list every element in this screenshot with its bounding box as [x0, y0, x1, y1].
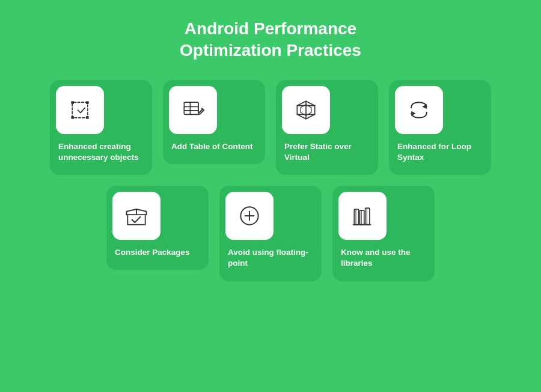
card-body: Avoid using floating-point — [219, 186, 322, 281]
card-body: Consider Packages — [106, 186, 209, 270]
circle-plus-icon — [236, 203, 263, 229]
box-select-icon — [67, 97, 93, 123]
icon-box-add-table — [169, 86, 217, 134]
icon-box-prefer-static — [282, 86, 330, 134]
svg-rect-4 — [86, 116, 89, 119]
card-enhanced-loop: Enhanced for Loop Syntax — [389, 80, 491, 175]
card-enhanced-unnecessary: Enhanced creating unnecessary objects — [50, 80, 152, 175]
svg-rect-2 — [86, 101, 89, 104]
svg-rect-1 — [71, 101, 74, 104]
card-prefer-static: Prefer Static over Virtual — [276, 80, 378, 175]
page-title: Android Performance Optimization Practic… — [180, 18, 361, 62]
card-add-table: Add Table of Content — [163, 80, 265, 175]
card-label-add-table: Add Table of Content — [169, 141, 255, 152]
card-body: Prefer Static over Virtual — [276, 80, 378, 175]
svg-rect-25 — [359, 210, 364, 225]
icon-box-enhanced-loop — [395, 86, 443, 134]
cube-3d-icon — [293, 97, 319, 123]
svg-marker-18 — [411, 111, 415, 116]
icon-box-know-libraries — [338, 192, 387, 240]
svg-rect-27 — [365, 208, 370, 225]
card-label-know-libraries: Know and use the libraries — [338, 247, 429, 269]
icon-box-consider-packages — [112, 192, 160, 240]
package-check-icon — [123, 203, 150, 229]
card-know-libraries: Know and use the libraries — [332, 186, 435, 281]
card-avoid-floating: Avoid using floating-point — [219, 186, 322, 281]
svg-rect-3 — [71, 116, 74, 119]
svg-rect-5 — [184, 102, 198, 114]
table-edit-icon — [180, 97, 206, 123]
card-label-enhanced-unnecessary: Enhanced creating unnecessary objects — [56, 141, 146, 163]
row-1: Enhanced creating unnecessary objects — [50, 80, 491, 175]
card-body: Add Table of Content — [163, 80, 265, 164]
svg-marker-17 — [423, 104, 427, 109]
card-body: Enhanced creating unnecessary objects — [50, 80, 152, 175]
row-2: Consider Packages Avoid using floating-p… — [106, 186, 435, 281]
icon-box-enhanced-unnecessary — [56, 86, 104, 134]
card-label-avoid-floating: Avoid using floating-point — [225, 247, 316, 269]
card-body: Know and use the libraries — [332, 186, 435, 281]
icon-box-avoid-floating — [225, 192, 274, 240]
card-label-prefer-static: Prefer Static over Virtual — [282, 141, 372, 163]
svg-rect-23 — [354, 209, 358, 225]
books-icon — [349, 203, 376, 229]
card-consider-packages: Consider Packages — [106, 186, 209, 281]
svg-rect-0 — [72, 102, 88, 118]
card-body: Enhanced for Loop Syntax — [389, 80, 491, 175]
card-label-enhanced-loop: Enhanced for Loop Syntax — [395, 141, 485, 163]
arrows-loop-icon — [406, 97, 432, 123]
card-label-consider-packages: Consider Packages — [112, 247, 192, 258]
